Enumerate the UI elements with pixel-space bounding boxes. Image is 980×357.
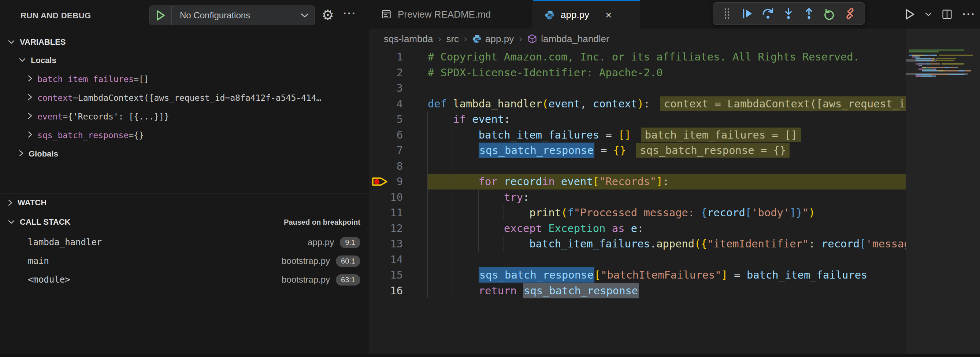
stack-frame-row[interactable]: mainbootstrap.py60:1 <box>0 252 369 270</box>
watch-section-header[interactable]: WATCH <box>0 194 369 211</box>
minimap-token <box>921 65 922 66</box>
code-text: def lambda_handler(event, context): <box>428 97 650 110</box>
code-token: : <box>504 113 510 125</box>
gutter-line-5[interactable]: 5 <box>369 112 428 127</box>
step-out-button[interactable] <box>799 4 819 23</box>
minimap-token <box>947 74 949 75</box>
code-line-5[interactable]: 5 if event: <box>369 112 906 127</box>
gear-icon[interactable]: ⚙ <box>319 6 336 24</box>
minimap-token <box>918 65 921 66</box>
code-line-3[interactable]: 3 <box>369 80 906 96</box>
run-dropdown-chevron-icon[interactable] <box>925 12 932 16</box>
gutter-line-1[interactable]: 1 <box>369 49 428 65</box>
code-token: = <box>594 144 613 156</box>
scope-label: Globals <box>29 149 58 159</box>
start-debug-button[interactable] <box>150 6 172 25</box>
variable-value: [] <box>139 74 149 84</box>
breadcrumb-item-folder[interactable]: src <box>446 33 459 45</box>
step-into-button[interactable] <box>778 4 799 23</box>
code-line-6[interactable]: 6 batch_item_failures = []batch_item_fai… <box>369 127 906 143</box>
debug-configuration-dropdown[interactable]: No Configurations <box>150 5 315 25</box>
more-actions-icon[interactable]: ··· <box>340 6 359 23</box>
disconnect-button[interactable] <box>840 4 860 23</box>
line-number: 8 <box>397 158 403 174</box>
drag-handle[interactable] <box>717 4 737 23</box>
restart-button[interactable] <box>819 4 840 23</box>
gutter-line-8[interactable]: 8 <box>369 158 428 174</box>
minimap[interactable] <box>906 29 980 354</box>
code-token: event <box>561 175 593 188</box>
line-number: 4 <box>397 96 403 112</box>
gutter-line-16[interactable]: 16 <box>369 283 428 299</box>
code-line-15[interactable]: 15 sqs_batch_response["batchItemFailures… <box>369 267 906 283</box>
gutter-line-4[interactable]: 4 <box>369 96 428 112</box>
variable-row-sqs_batch_response[interactable]: sqs_batch_response = {} <box>0 126 369 144</box>
minimap-token <box>931 74 946 75</box>
code-editor[interactable]: 1# Copyright Amazon.com, Inc. or its aff… <box>369 49 906 302</box>
code-line-13[interactable]: 13 batch_item_failures.append({"itemIden… <box>369 236 906 252</box>
code-line-10[interactable]: 10 try: <box>369 190 906 205</box>
chevron-down-icon <box>19 57 25 64</box>
variable-row-event[interactable]: event = {'Records': [{...}]} <box>0 107 369 126</box>
continue-button[interactable] <box>737 4 758 23</box>
chevron-down-icon <box>8 40 15 45</box>
code-token: {} <box>613 144 626 156</box>
code-line-14[interactable]: 14 <box>369 252 906 268</box>
gutter-line-15[interactable]: 15 <box>369 267 428 283</box>
more-actions-icon[interactable]: ··· <box>963 8 975 21</box>
code-token: batch_item_failures <box>747 269 867 281</box>
gutter-line-10[interactable]: 10 <box>369 190 428 205</box>
code-token: : <box>663 175 669 188</box>
tab-app-py[interactable]: app.py × <box>533 0 640 29</box>
minimap-token <box>921 75 936 76</box>
tab-preview-readme[interactable]: Preview README.md <box>369 0 533 29</box>
code-line-16[interactable]: 16 return sqs_batch_response <box>369 283 906 299</box>
code-token: batch_item_failures <box>529 237 650 250</box>
gutter-line-6[interactable]: 6 <box>369 127 428 143</box>
code-line-1[interactable]: 1# Copyright Amazon.com, Inc. or its aff… <box>369 49 906 65</box>
breadcrumb-item-symbol[interactable]: lambda_handler <box>541 33 609 45</box>
breadcrumb-item-file[interactable]: app.py <box>485 33 514 45</box>
variable-row-context[interactable]: context = LambdaContext([aws_request_id=… <box>0 89 369 107</box>
gutter-line-14[interactable]: 14 <box>369 252 428 268</box>
gutter-line-11[interactable]: 11 <box>369 205 428 221</box>
code-token: . <box>650 237 656 250</box>
gutter-line-12[interactable]: 12 <box>369 221 428 236</box>
code-line-12[interactable]: 12 except Exception as e: <box>369 221 906 236</box>
scope-row-globals[interactable]: Globals <box>0 145 369 163</box>
close-icon[interactable]: × <box>605 10 612 21</box>
gutter-line-13[interactable]: 13 <box>369 236 428 252</box>
gutter-line-2[interactable]: 2 <box>369 65 428 81</box>
equals-sign: = <box>73 93 78 103</box>
stack-frame-row[interactable]: lambda_handlerapp.py9:1 <box>0 233 369 252</box>
breakpoint-current-line-icon <box>371 175 390 190</box>
gutter-line-3[interactable]: 3 <box>369 80 428 96</box>
chevron-right-icon <box>8 199 13 206</box>
scope-row-locals[interactable]: Locals <box>0 51 369 70</box>
minimap-token <box>930 60 932 61</box>
gutter-line-9[interactable]: 9 <box>369 174 428 190</box>
variable-row-batch_item_failures[interactable]: batch_item_failures = [] <box>0 70 369 88</box>
split-editor-button[interactable] <box>941 8 953 20</box>
python-icon <box>472 34 482 44</box>
code-line-2[interactable]: 2# SPDX-License-Identifier: Apache-2.0 <box>369 65 906 81</box>
code-token: = <box>728 269 747 281</box>
code-line-9[interactable]: 9 for recordin event["Records"]:event = … <box>369 174 906 190</box>
step-over-button[interactable] <box>758 4 778 23</box>
chevron-right-icon <box>28 113 32 121</box>
code-line-4[interactable]: 4def lambda_handler(event, context):cont… <box>369 96 906 112</box>
code-line-11[interactable]: 11 print(f"Processed message: {record['b… <box>369 205 906 221</box>
minimap-token <box>912 56 915 57</box>
gutter-line-7[interactable]: 7 <box>369 143 428 158</box>
run-python-file-button[interactable] <box>905 8 916 20</box>
breadcrumb-item-folder[interactable]: sqs-lambda <box>384 33 433 45</box>
scope-label: Locals <box>31 56 56 65</box>
variables-section-header[interactable]: VARIABLES <box>0 34 369 51</box>
minimap-line <box>909 51 939 53</box>
code-text: batch_item_failures.append({"itemIdentif… <box>428 237 906 250</box>
minimap-token <box>924 69 932 70</box>
stack-frame-row[interactable]: <module>bootstrap.py63:1 <box>0 271 369 289</box>
code-line-7[interactable]: 7 sqs_batch_response = {}sqs_batch_respo… <box>369 143 906 158</box>
call-stack-section-header[interactable]: CALL STACK Paused on breakpoint <box>0 214 369 231</box>
code-line-8[interactable]: 8 <box>369 158 906 174</box>
